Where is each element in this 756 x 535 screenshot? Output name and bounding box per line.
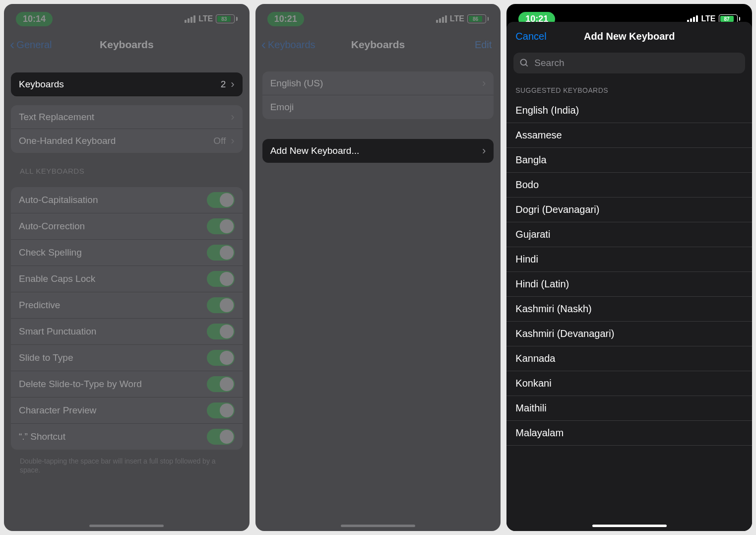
keyboard-item[interactable]: English (US) › bbox=[262, 71, 494, 95]
keyboard-option[interactable]: Hindi (Latin) bbox=[506, 272, 752, 297]
toggle-row: Character Preview bbox=[11, 398, 243, 424]
row-label: Text Replacement bbox=[19, 112, 94, 123]
section-header: ALL KEYBOARDS bbox=[11, 156, 243, 178]
screen-keyboards-settings: 10:14 LTE 83 ‹ General Keyboards Keyboar… bbox=[4, 4, 250, 531]
home-indicator[interactable] bbox=[89, 525, 164, 527]
status-bar: 10:14 LTE 83 bbox=[4, 4, 250, 31]
toggle-switch[interactable] bbox=[207, 218, 235, 234]
keyboard-option[interactable]: Bangla bbox=[506, 148, 752, 173]
page-title: Keyboards bbox=[100, 39, 154, 51]
toggle-row: “.” Shortcut bbox=[11, 424, 243, 450]
keyboard-option[interactable]: Gujarati bbox=[506, 222, 752, 247]
svg-line-1 bbox=[526, 65, 528, 67]
toggle-label: Check Spelling bbox=[19, 247, 82, 258]
modal-title: Add New Keyboard bbox=[584, 31, 675, 42]
screen-add-keyboard-modal: 10:21 LTE 87 Cancel Add New Keyboard Sea… bbox=[506, 4, 752, 531]
back-button[interactable]: ‹ Keyboards bbox=[261, 39, 315, 51]
cancel-button[interactable]: Cancel bbox=[515, 31, 546, 42]
keyboards-count: 2 bbox=[221, 79, 226, 90]
keyboard-option[interactable]: English (India) bbox=[506, 98, 752, 123]
keyboard-option[interactable]: Malayalam bbox=[506, 421, 752, 446]
keyboard-option[interactable]: Bodo bbox=[506, 173, 752, 198]
keyboard-option[interactable]: Assamese bbox=[506, 123, 752, 148]
cellular-bars-icon bbox=[436, 15, 447, 23]
toggle-switch[interactable] bbox=[207, 245, 235, 261]
toggle-switch[interactable] bbox=[207, 271, 235, 287]
keyboards-row[interactable]: Keyboards 2 › bbox=[11, 72, 243, 96]
toggle-row: Enable Caps Lock bbox=[11, 266, 243, 292]
row-label: Emoji bbox=[270, 102, 294, 113]
back-label: Keyboards bbox=[268, 39, 315, 51]
chevron-right-icon: › bbox=[231, 78, 234, 91]
chevron-right-icon: › bbox=[231, 111, 234, 124]
toggle-switch[interactable] bbox=[207, 376, 235, 392]
keyboard-option[interactable]: Kashmiri (Naskh) bbox=[506, 297, 752, 322]
toggle-row: Delete Slide-to-Type by Word bbox=[11, 371, 243, 398]
status-time: 10:14 bbox=[16, 12, 53, 26]
nav-bar: ‹ General Keyboards bbox=[4, 31, 250, 59]
toggle-row: Auto-Capitalisation bbox=[11, 187, 243, 213]
toggle-label: Character Preview bbox=[19, 405, 96, 416]
modal-header: Cancel Add New Keyboard bbox=[506, 22, 752, 51]
edit-button[interactable]: Edit bbox=[475, 39, 492, 51]
status-bar: 10:21 LTE 86 bbox=[255, 4, 501, 31]
chevron-right-icon: › bbox=[482, 77, 486, 90]
section-header: SUGGESTED KEYBOARDS bbox=[506, 78, 752, 98]
toggle-switch[interactable] bbox=[207, 350, 235, 366]
search-placeholder: Search bbox=[534, 58, 564, 68]
toggle-switch[interactable] bbox=[207, 324, 235, 339]
toggle-label: Auto-Correction bbox=[19, 221, 85, 232]
keyboard-option[interactable]: Hindi bbox=[506, 247, 752, 272]
back-label: General bbox=[16, 39, 52, 51]
toggle-label: Predictive bbox=[19, 300, 60, 311]
toggle-row: Smart Punctuation bbox=[11, 319, 243, 345]
keyboard-item[interactable]: Emoji bbox=[262, 95, 494, 119]
row-label: One-Handed Keyboard bbox=[19, 135, 116, 146]
search-icon bbox=[519, 58, 529, 68]
battery-icon: 86 bbox=[467, 14, 489, 23]
toggle-switch[interactable] bbox=[207, 429, 235, 445]
keyboard-option[interactable]: Kannada bbox=[506, 346, 752, 371]
one-handed-keyboard-row[interactable]: One-Handed Keyboard Off › bbox=[11, 129, 243, 153]
nav-bar: ‹ Keyboards Keyboards Edit bbox=[255, 31, 501, 59]
toggle-row: Slide to Type bbox=[11, 345, 243, 371]
toggle-switch[interactable] bbox=[207, 297, 235, 313]
toggle-switch[interactable] bbox=[207, 402, 235, 418]
back-button[interactable]: ‹ General bbox=[10, 39, 52, 51]
row-value: Off bbox=[213, 135, 226, 146]
status-time: 10:21 bbox=[267, 12, 304, 26]
keyboard-option[interactable]: Maithili bbox=[506, 396, 752, 421]
keyboard-option[interactable]: Konkani bbox=[506, 371, 752, 396]
battery-icon: 83 bbox=[216, 14, 238, 23]
row-label: English (US) bbox=[270, 78, 323, 89]
toggle-label: “.” Shortcut bbox=[19, 431, 65, 442]
home-indicator[interactable] bbox=[592, 525, 667, 527]
home-indicator[interactable] bbox=[341, 525, 415, 527]
page-title: Keyboards bbox=[351, 39, 405, 51]
cellular-label: LTE bbox=[450, 14, 464, 23]
toggles-group: Auto-Capitalisation Auto-Correction Chec… bbox=[11, 187, 243, 450]
toggle-label: Auto-Capitalisation bbox=[19, 195, 98, 205]
add-new-keyboard-button[interactable]: Add New Keyboard... › bbox=[262, 139, 494, 163]
toggle-label: Slide to Type bbox=[19, 352, 73, 363]
keyboards-label: Keyboards bbox=[19, 79, 64, 90]
footer-note: Double-tapping the space bar will insert… bbox=[11, 453, 243, 474]
cellular-label: LTE bbox=[198, 14, 213, 23]
chevron-right-icon: › bbox=[231, 134, 234, 147]
text-replacement-row[interactable]: Text Replacement › bbox=[11, 105, 243, 129]
keyboard-option[interactable]: Dogri (Devanagari) bbox=[506, 198, 752, 222]
toggle-label: Enable Caps Lock bbox=[19, 273, 95, 284]
toggle-row: Auto-Correction bbox=[11, 213, 243, 240]
toggle-label: Delete Slide-to-Type by Word bbox=[19, 379, 142, 390]
add-keyboard-modal: Cancel Add New Keyboard Search SUGGESTED… bbox=[506, 22, 752, 531]
toggle-row: Predictive bbox=[11, 292, 243, 319]
search-input[interactable]: Search bbox=[513, 53, 745, 73]
screen-keyboards-list: 10:21 LTE 86 ‹ Keyboards Keyboards Edit … bbox=[255, 4, 501, 531]
row-label: Add New Keyboard... bbox=[270, 145, 360, 156]
keyboards-list-group: English (US) › Emoji bbox=[262, 71, 494, 119]
toggle-switch[interactable] bbox=[207, 192, 235, 208]
chevron-right-icon: › bbox=[482, 144, 486, 157]
keyboard-option[interactable]: Kashmiri (Devanagari) bbox=[506, 322, 752, 346]
svg-point-0 bbox=[521, 60, 527, 66]
cellular-bars-icon bbox=[185, 15, 195, 23]
